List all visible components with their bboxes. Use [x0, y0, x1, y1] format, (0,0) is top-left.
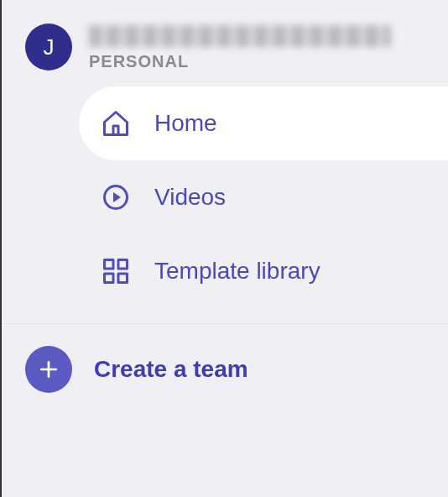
svg-rect-3 [118, 260, 128, 269]
create-team-button[interactable]: Create a team [2, 324, 448, 415]
sidebar-item-templates[interactable]: Template library [2, 234, 448, 308]
avatar[interactable]: J [25, 24, 72, 71]
workspace-name-redacted [89, 25, 391, 47]
plus-icon [25, 346, 72, 393]
workspace-header[interactable]: J PERSONAL [2, 24, 448, 71]
avatar-initial: J [44, 34, 55, 60]
workspace-type-label: PERSONAL [89, 52, 448, 71]
home-icon [101, 108, 131, 139]
svg-rect-2 [105, 260, 114, 269]
svg-rect-4 [105, 274, 114, 283]
play-circle-icon [101, 182, 131, 212]
sidebar-nav: Home Videos Template library [2, 86, 448, 308]
sidebar-item-home[interactable]: Home [79, 86, 448, 160]
svg-marker-1 [113, 192, 121, 202]
sidebar-item-label: Videos [154, 184, 226, 211]
create-team-label: Create a team [94, 356, 248, 383]
svg-rect-5 [118, 274, 128, 283]
sidebar-item-label: Template library [154, 258, 320, 285]
grid-icon [101, 256, 131, 286]
sidebar-item-videos[interactable]: Videos [2, 160, 448, 234]
workspace-section: J PERSONAL Home Videos [2, 0, 448, 308]
workspace-info: PERSONAL [89, 24, 448, 71]
sidebar-item-label: Home [154, 110, 217, 137]
